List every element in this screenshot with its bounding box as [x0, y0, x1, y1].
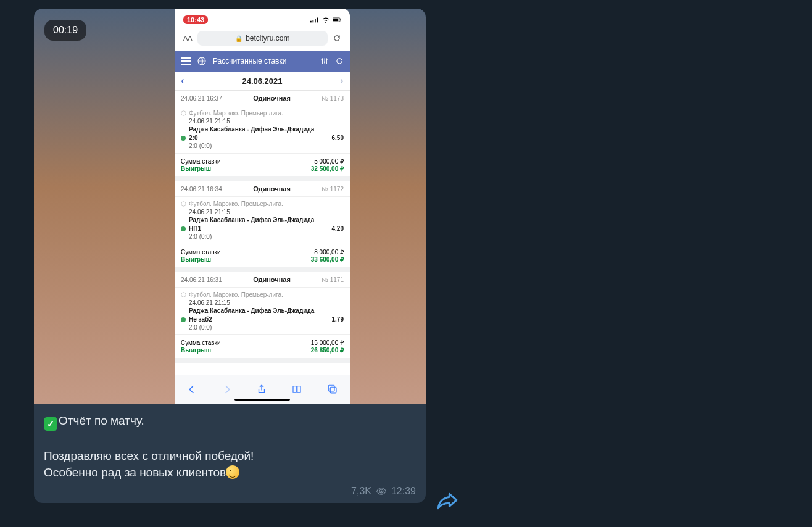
bet-number: № 1172: [321, 186, 344, 193]
stake-label: Сумма ставки: [181, 158, 221, 165]
forward-button[interactable]: [435, 489, 460, 513]
stake-label: Сумма ставки: [181, 339, 221, 346]
svg-rect-15: [328, 385, 334, 391]
bet-number: № 1173: [321, 95, 344, 102]
svg-rect-5: [333, 19, 338, 21]
view-count: 7,3K: [351, 486, 371, 497]
checkmark-emoji: ✓: [44, 417, 57, 431]
bet-timestamp: 24.06.21 16:37: [181, 95, 222, 102]
safari-urlbar: AA 🔒 betcityru.com: [175, 27, 350, 51]
svg-point-8: [321, 59, 323, 60]
bet-item[interactable]: 24.06.21 16:34Одиночная№ 1172Футбол. Мар…: [175, 181, 350, 272]
svg-point-10: [326, 59, 327, 60]
date-nav: ‹ 24.06.2021 ›: [175, 72, 350, 91]
win-value: 33 600,00 ₽: [311, 256, 344, 263]
message-time: 12:39: [391, 486, 416, 497]
bet-type: Одиночная: [222, 276, 322, 283]
reload-icon[interactable]: [335, 57, 344, 65]
video-duration-badge: 00:19: [44, 20, 86, 41]
svg-point-16: [380, 491, 382, 492]
current-date: 24.06.2021: [191, 77, 334, 86]
url-field[interactable]: 🔒 betcityru.com: [197, 31, 328, 46]
message-media[interactable]: 00:19 10:43 AA 🔒 betcityru.com: [34, 9, 426, 404]
wink-emoji: [226, 465, 239, 479]
signal-icon: [310, 17, 319, 23]
bet-league: Футбол. Марокко. Премьер-лига.: [181, 201, 344, 207]
bet-item[interactable]: 24.06.21 16:37Одиночная№ 1173Футбол. Мар…: [175, 91, 350, 181]
football-icon: [181, 292, 186, 297]
status-time: 10:43: [183, 15, 208, 24]
bet-item[interactable]: 24.06.21 16:31Одиночная№ 1171Футбол. Мар…: [175, 272, 350, 363]
bet-odd: 1.79: [332, 316, 344, 323]
globe-icon[interactable]: [197, 56, 207, 66]
bet-score: 2:0 (0:0): [189, 324, 344, 331]
bet-league: Футбол. Марокко. Премьер-лига.: [181, 110, 344, 117]
views-icon: [376, 488, 387, 495]
win-value: 32 500,00 ₽: [311, 165, 344, 172]
battery-icon: [333, 17, 341, 23]
tabs-icon[interactable]: [327, 384, 338, 395]
football-icon: [181, 201, 186, 207]
event-time: 24.06.21 21:15: [189, 118, 344, 125]
prev-day-button[interactable]: ‹: [175, 75, 191, 86]
back-icon[interactable]: [186, 384, 197, 395]
telegram-message: 00:19 10:43 AA 🔒 betcityru.com: [34, 9, 426, 503]
bet-pick: НП1: [189, 225, 201, 232]
svg-rect-0: [310, 21, 312, 23]
match-name: Раджа Касабланка - Дифаа Эль-Джадида: [189, 126, 344, 133]
bookmarks-icon[interactable]: [291, 384, 303, 395]
bet-timestamp: 24.06.21 16:34: [181, 186, 222, 193]
lock-icon: 🔒: [235, 35, 242, 42]
next-day-button[interactable]: ›: [334, 75, 350, 86]
match-name: Раджа Касабланка - Дифаа Эль-Джадида: [189, 217, 344, 223]
ios-statusbar: 10:43: [175, 9, 350, 27]
svg-point-13: [181, 293, 186, 297]
svg-rect-2: [315, 19, 316, 22]
filter-icon[interactable]: [320, 57, 329, 65]
stake-value: 15 000,00 ₽: [311, 339, 344, 346]
bet-type: Одиночная: [222, 185, 322, 193]
svg-point-12: [181, 202, 186, 207]
url-text: betcityru.com: [246, 34, 289, 43]
bet-score: 2:0 (0:0): [189, 233, 344, 240]
svg-rect-6: [341, 19, 341, 21]
bet-list: 24.06.21 16:37Одиночная№ 1173Футбол. Мар…: [175, 91, 350, 373]
home-indicator: [234, 399, 290, 401]
phone-screenshot: 10:43 AA 🔒 betcityru.com Рассчитанные: [175, 9, 350, 404]
wifi-icon: [321, 17, 330, 23]
win-value: 26 850,00 ₽: [311, 347, 344, 354]
bet-timestamp: 24.06.21 16:31: [181, 276, 222, 283]
message-text: ✓Отчёт по матчу. Поздравляю всех с отлич…: [34, 404, 426, 486]
share-icon[interactable]: [256, 383, 267, 396]
reader-button[interactable]: AA: [183, 35, 193, 42]
bet-score: 2:0 (0:0): [189, 143, 344, 149]
event-time: 24.06.21 21:15: [189, 209, 344, 215]
bet-type: Одиночная: [222, 94, 322, 102]
app-title: Рассчитанные ставки: [213, 57, 314, 65]
svg-point-11: [181, 111, 186, 116]
status-dot: [181, 136, 186, 141]
win-label: Выигрыш: [181, 165, 211, 172]
message-meta: 7,3K 12:39: [34, 486, 426, 503]
football-icon: [181, 110, 186, 116]
stake-label: Сумма ставки: [181, 249, 221, 255]
svg-point-9: [324, 62, 325, 63]
svg-rect-14: [330, 387, 336, 393]
svg-rect-3: [317, 18, 318, 23]
match-name: Раджа Касабланка - Дифаа Эль-Джадида: [189, 307, 344, 314]
app-header: Рассчитанные ставки: [175, 51, 350, 72]
bet-odd: 6.50: [332, 135, 344, 141]
stake-value: 5 000,00 ₽: [314, 158, 344, 165]
event-time: 24.06.21 21:15: [189, 299, 344, 306]
svg-rect-1: [313, 20, 314, 22]
bet-odd: 4.20: [332, 225, 344, 232]
status-dot: [181, 317, 186, 322]
menu-icon[interactable]: [181, 57, 191, 65]
win-label: Выигрыш: [181, 256, 211, 263]
bet-number: № 1171: [321, 276, 344, 283]
status-dot: [181, 226, 186, 231]
refresh-icon[interactable]: [333, 34, 341, 43]
bet-pick: Не заб2: [189, 316, 212, 323]
forward-icon[interactable]: [222, 384, 233, 395]
win-label: Выигрыш: [181, 347, 211, 354]
